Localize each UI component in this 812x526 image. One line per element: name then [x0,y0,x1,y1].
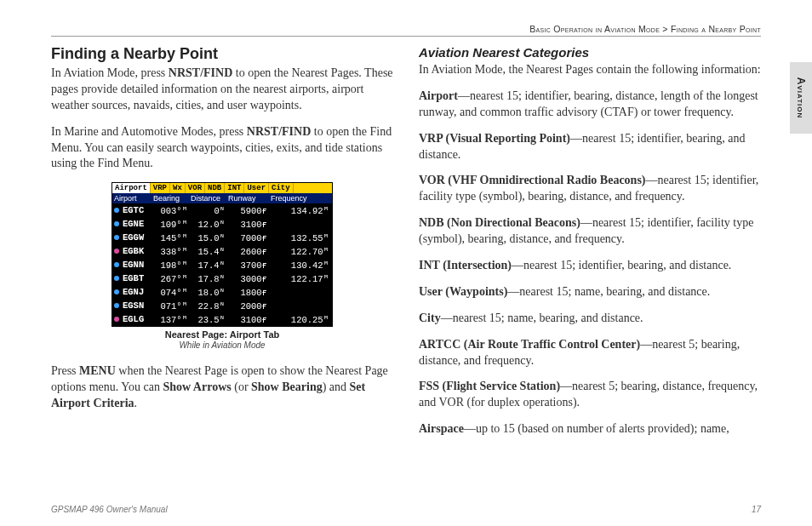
para-aviation-mode: In Aviation Mode, press NRST/FIND to ope… [51,66,393,114]
airport-dot-icon [114,235,119,240]
cell-freq: 122.70ᴹ [269,246,330,257]
cell-id: EGSN [121,300,152,311]
cell-freq: 122.17ᴹ [269,273,330,284]
breadcrumb-section: Basic Operation in Aviation Mode [529,24,660,34]
cell-runway: 3100ғ [226,219,269,230]
cell-id: EGNE [121,219,152,229]
footer-manual: GPSMAP 496 Owner's Manual [51,505,168,514]
tab-wx: Wx [170,183,186,193]
cell-bearing: 074°ᴹ [152,287,189,298]
cell-distance: 18.0ᴺ [189,287,226,298]
cat-vor: VOR (VHF Omnidirectional Radio Beacons)—… [419,173,761,205]
cell-runway: 7000ғ [226,232,269,243]
cell-distance: 0ᴺ [189,205,226,216]
table-row: EGNN198°ᴹ17.4ᴺ3700ғ130.42ᴹ [112,258,332,272]
table-row: EGLG137°ᴹ23.5ᴺ3100ғ120.25ᴹ [112,312,332,326]
cell-runway: 3000ғ [226,273,269,284]
cell-freq: 120.25ᴹ [269,314,330,325]
nearest-page-table: Airport VRP Wx VOR NDB INT User City Air… [112,182,333,327]
cell-runway: 2600ғ [226,246,269,257]
page-number: 17 [752,505,761,514]
cell-id: EGBK [121,246,152,256]
cell-distance: 17.4ᴺ [189,260,226,271]
cell-runway: 3700ғ [226,260,269,271]
right-column: Aviation Nearest Categories In Aviation … [419,45,761,448]
cell-bearing: 267°ᴹ [152,273,189,284]
cat-airport: Airport—nearest 15; identifier, bearing,… [419,89,761,121]
footer: GPSMAP 496 Owner's Manual 17 [51,505,761,514]
para-marine-auto: In Marine and Automotive Modes, press NR… [51,124,393,173]
table-row: EGNE109°ᴹ12.0ᴺ3100ғ [112,217,332,231]
subheading-categories: Aviation Nearest Categories [419,45,761,60]
figure-subcaption: While in Aviation Mode [179,340,265,350]
cell-runway: 5900ғ [226,205,269,216]
cell-id: EGTC [121,205,152,215]
table-header: Airport Bearing Distance Runway Frequenc… [112,193,332,203]
cell-runway: 2000ғ [226,300,269,312]
cell-distance: 23.5ᴺ [189,314,226,325]
table-row: EGTC003°ᴹ0ᴺ5900ғ134.92ᴹ [112,203,332,217]
airport-dot-icon [114,289,119,294]
cat-vrp: VRP (Visual Reporting Point)—nearest 15;… [419,131,761,163]
tab-int: INT [225,183,244,193]
cell-distance: 15.0ᴺ [189,232,226,243]
header-rule [51,36,761,37]
cell-runway: 3100ғ [226,314,269,325]
cell-id: EGBT [121,273,152,283]
side-tab-label: Aviation [795,77,807,119]
tab-city: City [269,183,294,193]
airport-dot-icon [114,208,119,213]
side-tab: Aviation [790,62,812,134]
airport-dot-icon [114,262,119,267]
airport-dot-icon [114,303,119,308]
heading-finding-nearby: Finding a Nearby Point [51,45,393,63]
cat-city: City—nearest 15; name, bearing, and dist… [419,311,761,327]
table-row: EGNJ074°ᴹ18.0ᴺ1800ғ [112,285,332,299]
table-row: EGGW145°ᴹ15.0ᴺ7000ғ132.55ᴹ [112,231,332,244]
airport-dot-icon [114,276,119,281]
cat-artcc: ARTCC (Air Route Traffic Control Center)… [419,337,761,369]
cell-distance: 17.8ᴺ [189,273,226,284]
cell-distance: 15.4ᴺ [189,246,226,257]
table-row: EGBT267°ᴹ17.8ᴺ3000ғ122.17ᴹ [112,272,332,285]
cell-runway: 1800ғ [226,287,269,298]
tab-airport: Airport [112,183,151,193]
cell-bearing: 003°ᴹ [152,205,189,216]
columns: Finding a Nearby Point In Aviation Mode,… [51,45,761,448]
tab-vrp: VRP [151,183,170,193]
cell-bearing: 198°ᴹ [152,260,189,271]
tab-user: User [244,183,269,193]
figure-caption: Nearest Page: Airport Tab [165,329,279,340]
para-intro: In Aviation Mode, the Nearest Pages cont… [419,62,761,78]
cell-bearing: 338°ᴹ [152,246,189,257]
cell-id: EGNN [121,260,152,270]
cat-ndb: NDB (Non Directional Beacons)—nearest 15… [419,215,761,248]
breadcrumb-sep: > [660,24,671,34]
cell-bearing: 137°ᴹ [152,314,189,325]
cat-airspace: Airspace—up to 15 (based on number of al… [419,421,761,437]
tab-vor: VOR [186,183,205,193]
cell-freq: 130.42ᴹ [269,260,330,271]
page: Basic Operation in Aviation Mode > Findi… [0,0,812,526]
table-body: EGTC003°ᴹ0ᴺ5900ғ134.92ᴹEGNE109°ᴹ12.0ᴺ310… [112,203,332,326]
cell-freq: 134.92ᴹ [269,205,330,216]
cell-bearing: 145°ᴹ [152,232,189,243]
cell-id: EGGW [121,232,152,243]
breadcrumb-page: Finding a Nearby Point [671,24,761,34]
cell-distance: 22.8ᴺ [189,300,226,312]
airport-dot-icon [114,317,119,322]
cat-user: User (Waypoints)—nearest 15; name, beari… [419,284,761,300]
cell-bearing: 071°ᴹ [152,300,189,312]
airport-dot-icon [114,249,119,254]
para-press-menu: Press MENU when the Nearest Page is open… [51,363,393,412]
table-row: EGSN071°ᴹ22.8ᴺ2000ғ [112,299,332,312]
tab-row: Airport VRP Wx VOR NDB INT User City [112,183,332,193]
device-screenshot: Airport VRP Wx VOR NDB INT User City Air… [51,182,393,360]
table-row: EGBK338°ᴹ15.4ᴺ2600ғ122.70ᴹ [112,244,332,258]
tab-ndb: NDB [205,183,225,193]
cell-distance: 12.0ᴺ [189,219,226,230]
airport-dot-icon [114,221,119,226]
cell-bearing: 109°ᴹ [152,219,189,230]
cat-fss: FSS (Flight Service Station)—nearest 5; … [419,379,761,411]
cell-id: EGNJ [121,287,152,297]
